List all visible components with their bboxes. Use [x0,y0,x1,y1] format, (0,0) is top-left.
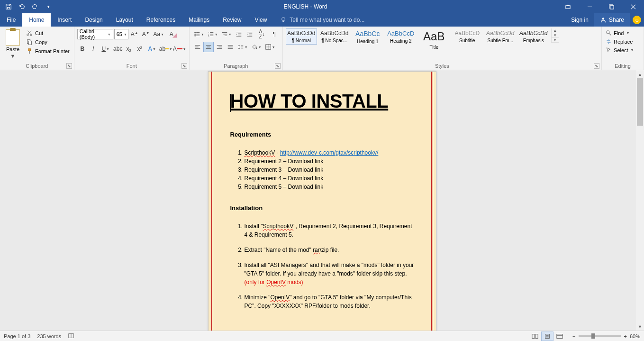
tell-me-search[interactable]: Tell me what you want to do... [273,13,565,27]
align-right-button[interactable] [214,42,225,52]
align-center-button[interactable] [203,42,214,52]
style-no-spacing[interactable]: AaBbCcDd¶ No Spac... [319,28,350,45]
list-item[interactable]: Minimize "OpenIV" and go to "GTA 5" fold… [245,293,414,310]
tab-insert[interactable]: Insert [51,13,78,27]
list-item[interactable]: Extract "Name of the mod" rar/zip file. [245,246,414,254]
justify-button[interactable] [225,42,236,52]
requirements-list[interactable]: ScripthookV - http://www.dev-c.com/gtav/… [230,148,414,191]
zoom-thumb[interactable] [591,333,595,339]
change-case-button[interactable]: Aa▼ [152,29,165,39]
highlight-button[interactable]: ab▼ [159,44,172,54]
shading-button[interactable]: ▼ [250,42,263,52]
borders-button[interactable]: ▼ [263,42,277,52]
select-button[interactable]: Select▼ [605,46,635,54]
sort-button[interactable]: AZ↓ [255,29,269,39]
copy-button[interactable]: Copy [25,38,71,46]
style-heading-2[interactable]: AaBbCcDHeading 2 [385,28,417,45]
replace-button[interactable]: Replace [605,38,634,45]
minimize-button[interactable] [579,0,600,13]
zoom-out-button[interactable]: − [572,333,575,339]
bold-button[interactable]: B [77,44,88,54]
redo-button[interactable] [29,1,41,12]
clipboard-launcher[interactable]: ⬊ [66,63,72,69]
scroll-down-button[interactable]: ▼ [636,323,644,331]
numbering-button[interactable]: 123▼ [206,29,219,39]
zoom-slider[interactable] [579,335,621,337]
vertical-scrollbar[interactable]: ▲ ▼ [636,70,644,331]
font-color-button[interactable]: A▼ [173,44,186,54]
list-item[interactable]: Requirement 3 – Download link [245,166,414,174]
list-item[interactable]: Install all "ASI Managers" and that will… [245,261,414,286]
clear-formatting-button[interactable]: A◢ [166,29,177,39]
list-item[interactable]: Requirement 4 – Download link [245,174,414,183]
text-effects-button[interactable]: A▼ [145,44,159,54]
font-size-combo[interactable]: 65▼ [114,29,128,39]
scroll-up-button[interactable]: ▲ [636,70,644,78]
print-layout-button[interactable] [541,332,553,341]
ribbon-display-button[interactable] [557,0,579,13]
style-subtitle[interactable]: AaBbCcDSubtitle [452,28,483,45]
shrink-font-button[interactable]: A▼ [141,29,151,39]
paragraph-launcher[interactable]: ⬊ [275,63,281,69]
styles-scroll-down[interactable]: ▼ [552,33,559,38]
scroll-thumb[interactable] [637,78,643,126]
superscript-button[interactable]: x2 [135,44,145,54]
tab-review[interactable]: Review [216,13,248,27]
undo-button[interactable] [16,1,27,12]
maximize-button[interactable] [600,0,622,13]
decrease-indent-button[interactable] [234,29,244,39]
show-marks-button[interactable]: ¶ [269,29,280,39]
style-title[interactable]: AaBTitle [418,28,450,51]
line-spacing-button[interactable]: ▼ [236,42,249,52]
installation-list[interactable]: Install "ScripthookV", Requirement 2, Re… [230,222,414,310]
grow-font-button[interactable]: A▲ [129,29,140,39]
requirements-heading[interactable]: Requirements [230,131,414,138]
document-page[interactable]: HOW TO INSTALL Requirements ScripthookV … [208,71,436,331]
zoom-level[interactable]: 60% [630,333,640,339]
qat-customize-button[interactable]: ▾ [43,1,54,12]
align-left-button[interactable] [192,42,203,52]
tab-layout[interactable]: Layout [109,13,140,27]
signin-link[interactable]: Sign in [565,13,594,27]
style-normal[interactable]: AaBbCcDd¶ Normal [286,28,317,45]
close-button[interactable] [622,0,644,13]
read-mode-button[interactable] [529,332,541,341]
subscript-button[interactable]: x2 [124,44,134,54]
font-name-combo[interactable]: Calibri (Body)▼ [77,29,113,39]
strikethrough-button[interactable]: abc [113,44,123,54]
document-area[interactable]: HOW TO INSTALL Requirements ScripthookV … [0,70,644,331]
increase-indent-button[interactable] [245,29,255,39]
proofing-button[interactable] [68,332,74,340]
styles-launcher[interactable]: ⬊ [594,63,599,69]
tab-design[interactable]: Design [78,13,109,27]
tab-mailings[interactable]: Mailings [182,13,216,27]
font-launcher[interactable]: ⬊ [181,63,187,69]
share-button[interactable]: Share [594,13,630,27]
scripthook-link[interactable]: http://www.dev-c.com/gtav/scripthookv/ [280,149,378,156]
save-button[interactable] [3,1,14,12]
list-item[interactable]: Install "ScripthookV", Requirement 2, Re… [245,222,414,239]
multilevel-list-button[interactable]: ▼ [220,29,233,39]
document-content[interactable]: HOW TO INSTALL Requirements ScripthookV … [209,72,436,331]
paste-button[interactable]: Paste ▼ [3,28,23,59]
styles-expand[interactable]: ▾ [552,38,559,43]
list-item[interactable]: Requirement 5 – Download link [245,183,414,191]
underline-button[interactable]: U▼ [99,44,112,54]
tab-home[interactable]: Home [22,13,51,27]
style-heading-1[interactable]: AaBbCcHeading 1 [352,28,383,46]
find-button[interactable]: Find▼ [605,29,630,37]
web-layout-button[interactable] [553,332,566,341]
italic-button[interactable]: I [88,44,99,54]
tab-view[interactable]: View [248,13,274,27]
cut-button[interactable]: Cut [25,29,71,37]
tab-file[interactable]: File [0,13,22,27]
word-count[interactable]: 235 words [37,333,61,339]
installation-heading[interactable]: Installation [230,204,414,212]
doc-title[interactable]: HOW TO INSTALL [230,91,414,112]
style-emphasis[interactable]: AaBbCcDdEmphasis [518,28,549,45]
list-item[interactable]: ScripthookV - http://www.dev-c.com/gtav/… [245,148,414,157]
feedback-button[interactable]: ☺ [630,13,644,27]
zoom-in-button[interactable]: + [624,333,627,339]
list-item[interactable]: Requirement 2 – Download link [245,157,414,166]
tab-references[interactable]: References [140,13,182,27]
